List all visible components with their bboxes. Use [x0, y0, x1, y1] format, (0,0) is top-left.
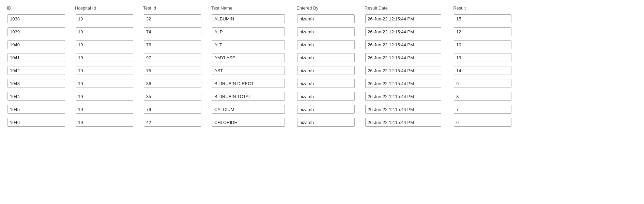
cell-test-id-input[interactable]: 32 — [144, 14, 201, 23]
cell-test-id: 74 — [142, 26, 210, 37]
cell-result-date: 26-Jun-22 12:15:44 PM — [363, 65, 452, 76]
cell-entered-by: nizamh — [295, 65, 363, 76]
cell-result-input[interactable]: 6 — [454, 118, 511, 127]
header-result: Result — [452, 5, 520, 11]
cell-test-id-input[interactable]: 75 — [144, 66, 201, 75]
cell-test-name-input[interactable]: AMYLASE — [212, 53, 285, 62]
cell-test-name: AMYLASE — [210, 52, 295, 63]
cell-id-input[interactable]: 1041 — [7, 53, 65, 62]
cell-hospital-id-input[interactable]: 19 — [76, 79, 133, 88]
cell-id: 1038 — [5, 13, 74, 24]
table-header-row: ID Hospital Id Test Id Test Name Entered… — [5, 3, 639, 13]
cell-hospital-id-input[interactable]: 19 — [76, 118, 133, 127]
cell-id: 1043 — [5, 78, 74, 89]
cell-hospital-id: 19 — [74, 65, 142, 76]
cell-test-id-input[interactable]: 42 — [144, 118, 201, 127]
cell-result: 6 — [452, 117, 520, 128]
cell-test-id-input[interactable]: 76 — [144, 40, 201, 49]
cell-result-date-input[interactable]: 26-Jun-22 12:15:44 PM — [365, 53, 441, 62]
cell-entered-by-input[interactable]: nizamh — [297, 14, 355, 23]
cell-hospital-id-input[interactable]: 19 — [76, 27, 133, 36]
cell-entered-by: nizamh — [295, 52, 363, 63]
cell-test-name-input[interactable]: CALCIUM — [212, 105, 285, 114]
table-row: 10381932ALBUMINnizamh26-Jun-22 12:15:44 … — [5, 13, 639, 24]
cell-result-input[interactable]: 8 — [454, 92, 511, 101]
cell-test-name: ALT — [210, 39, 295, 50]
cell-result-input[interactable]: 10 — [454, 40, 511, 49]
cell-entered-by-input[interactable]: nizamh — [297, 105, 355, 114]
cell-entered-by-input[interactable]: nizamh — [297, 40, 355, 49]
cell-test-id-input[interactable]: 36 — [144, 79, 201, 88]
table-row: 10401976ALTnizamh26-Jun-22 12:15:44 PM10 — [5, 39, 639, 50]
cell-id-input[interactable]: 1042 — [7, 66, 65, 75]
cell-result-date: 26-Jun-22 12:15:44 PM — [363, 39, 452, 50]
cell-test-id-input[interactable]: 97 — [144, 53, 201, 62]
cell-result-input[interactable]: 7 — [454, 105, 511, 114]
results-table: ID Hospital Id Test Id Test Name Entered… — [5, 3, 639, 128]
cell-hospital-id: 19 — [74, 39, 142, 50]
cell-entered-by: nizamh — [295, 26, 363, 37]
cell-id-input[interactable]: 1045 — [7, 105, 65, 114]
cell-test-id: 35 — [142, 91, 210, 102]
table-row: 10431936BILIRUBIN DIRECTnizamh26-Jun-22 … — [5, 78, 639, 89]
cell-entered-by: nizamh — [295, 117, 363, 128]
cell-id-input[interactable]: 1046 — [7, 118, 65, 127]
cell-id: 1044 — [5, 91, 74, 102]
cell-id: 1041 — [5, 52, 74, 63]
cell-entered-by-input[interactable]: nizamh — [297, 79, 355, 88]
cell-result-input[interactable]: 12 — [454, 27, 511, 36]
cell-result: 10 — [452, 39, 520, 50]
cell-result-date-input[interactable]: 26-Jun-22 12:15:44 PM — [365, 27, 441, 36]
cell-id-input[interactable]: 1044 — [7, 92, 65, 101]
cell-entered-by: nizamh — [295, 91, 363, 102]
cell-entered-by-input[interactable]: nizamh — [297, 27, 355, 36]
cell-result-input[interactable]: 15 — [454, 14, 511, 23]
cell-test-name-input[interactable]: ALP — [212, 27, 285, 36]
cell-result-date-input[interactable]: 26-Jun-22 12:15:44 PM — [365, 92, 441, 101]
cell-entered-by-input[interactable]: nizamh — [297, 92, 355, 101]
cell-result-input[interactable]: 19 — [454, 53, 511, 62]
cell-result-date: 26-Jun-22 12:15:44 PM — [363, 78, 452, 89]
cell-entered-by-input[interactable]: nizamh — [297, 66, 355, 75]
cell-test-name-input[interactable]: AST — [212, 66, 285, 75]
cell-entered-by-input[interactable]: nizamh — [297, 118, 355, 127]
cell-result-input[interactable]: 9 — [454, 79, 511, 88]
cell-result-date-input[interactable]: 26-Jun-22 12:15:44 PM — [365, 40, 441, 49]
cell-test-id-input[interactable]: 35 — [144, 92, 201, 101]
cell-result-date: 26-Jun-22 12:15:44 PM — [363, 91, 452, 102]
cell-result-date-input[interactable]: 26-Jun-22 12:15:44 PM — [365, 105, 441, 114]
cell-hospital-id-input[interactable]: 19 — [76, 14, 133, 23]
cell-id-input[interactable]: 1043 — [7, 79, 65, 88]
cell-result: 12 — [452, 26, 520, 37]
cell-entered-by-input[interactable]: nizamh — [297, 53, 355, 62]
cell-test-name-input[interactable]: BILIRUBIN TOTAL — [212, 92, 285, 101]
cell-hospital-id: 19 — [74, 104, 142, 115]
cell-test-name: CHLORIDE — [210, 117, 295, 128]
cell-result-date-input[interactable]: 26-Jun-22 12:15:44 PM — [365, 66, 441, 75]
table-body: 10381932ALBUMINnizamh26-Jun-22 12:15:44 … — [5, 13, 639, 128]
cell-test-name: ALP — [210, 26, 295, 37]
cell-test-name-input[interactable]: ALT — [212, 40, 285, 49]
cell-hospital-id-input[interactable]: 19 — [76, 40, 133, 49]
cell-test-id-input[interactable]: 79 — [144, 105, 201, 114]
cell-result-date-input[interactable]: 26-Jun-22 12:15:44 PM — [365, 79, 441, 88]
cell-hospital-id-input[interactable]: 19 — [76, 66, 133, 75]
cell-result-date-input[interactable]: 26-Jun-22 12:15:44 PM — [365, 14, 441, 23]
cell-test-name: CALCIUM — [210, 104, 295, 115]
cell-test-name-input[interactable]: CHLORIDE — [212, 118, 285, 127]
cell-test-id: 36 — [142, 78, 210, 89]
cell-hospital-id-input[interactable]: 19 — [76, 53, 133, 62]
cell-result-date-input[interactable]: 26-Jun-22 12:15:44 PM — [365, 118, 441, 127]
cell-test-name-input[interactable]: ALBUMIN — [212, 14, 285, 23]
cell-hospital-id-input[interactable]: 19 — [76, 105, 133, 114]
cell-id-input[interactable]: 1040 — [7, 40, 65, 49]
cell-result-input[interactable]: 14 — [454, 66, 511, 75]
cell-id: 1046 — [5, 117, 74, 128]
cell-id-input[interactable]: 1038 — [7, 14, 65, 23]
cell-test-name-input[interactable]: BILIRUBIN DIRECT — [212, 79, 285, 88]
cell-test-id-input[interactable]: 74 — [144, 27, 201, 36]
cell-id-input[interactable]: 1039 — [7, 27, 65, 36]
cell-hospital-id-input[interactable]: 19 — [76, 92, 133, 101]
cell-test-name: AST — [210, 65, 295, 76]
table-row: 10451979CALCIUMnizamh26-Jun-22 12:15:44 … — [5, 104, 639, 115]
